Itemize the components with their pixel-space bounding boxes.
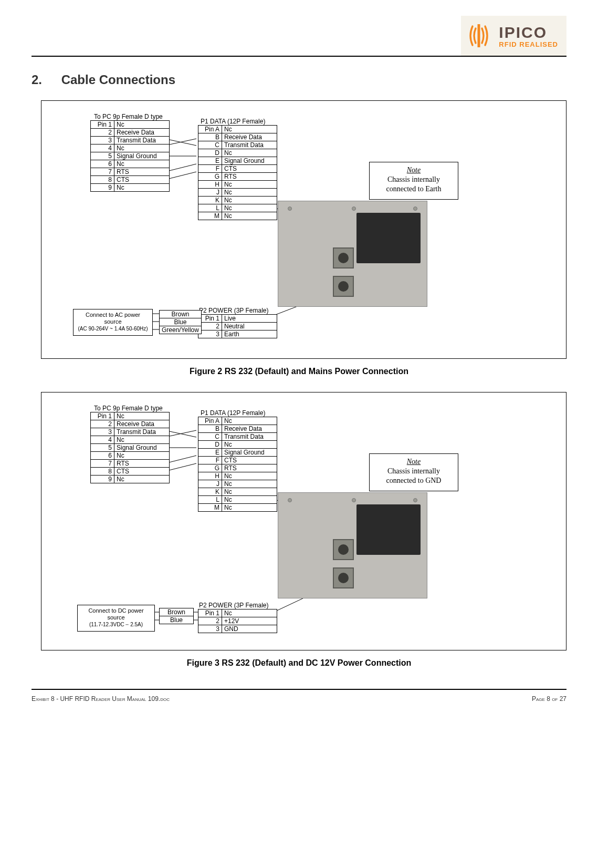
note-text: Chassis internally connected to Earth — [372, 175, 456, 194]
p1-pin-table: Pin ANcBReceive DataCTransmit DataDNcESi… — [198, 125, 277, 220]
svg-line-17 — [165, 456, 196, 463]
pwr-line2: source — [81, 614, 151, 621]
logo-icon — [464, 21, 494, 50]
section-number: 2. — [32, 73, 58, 87]
note-title: Note — [372, 166, 456, 175]
note-box: Note Chassis internally connected to Ear… — [369, 162, 458, 200]
p2-table-title: P2 POWER (3P Female) — [199, 602, 268, 609]
section-heading: 2. Cable Connections — [32, 73, 566, 87]
p1-table-title: P1 DATA (12P Female) — [201, 118, 265, 125]
p2-pin-table: Pin 1Nc2+12V3GND — [198, 609, 277, 633]
wire-colors: BrownBlue — [159, 608, 194, 624]
figure2-caption: Figure 2 RS 232 (Default) and Mains Powe… — [32, 367, 566, 376]
footer-left: Exhibit 8 - UHF RFID Reader User Manual … — [32, 695, 170, 702]
svg-line-5 — [165, 172, 196, 180]
logo-name: IPICO — [499, 24, 558, 42]
section-title: Cable Connections — [61, 73, 175, 87]
pwr-line1: Connect to DC power — [81, 607, 151, 614]
p1-pin-table: Pin ANcBReceive DataCTransmit DataDNcESi… — [198, 417, 277, 512]
pc-pin-table: Pin 1Nc2Receive Data3Transmit Data4Nc5Si… — [90, 412, 170, 483]
note-title: Note — [372, 457, 456, 467]
figure3-box: To PC 9p Female D type Pin 1Nc2Receive D… — [41, 392, 566, 650]
svg-line-2 — [165, 139, 196, 146]
page-header: IPICO RFID REALISED — [32, 16, 566, 57]
device-photo — [278, 492, 427, 598]
note-text: Chassis internally connected to GND — [372, 467, 456, 485]
pc-table-title: To PC 9p Female D type — [94, 113, 163, 120]
svg-line-14 — [165, 430, 196, 437]
svg-line-1 — [165, 139, 196, 146]
svg-line-15 — [165, 430, 196, 437]
pc-table-title: To PC 9p Female D type — [94, 405, 163, 412]
pwr-line2: source — [77, 318, 149, 325]
wire-colors: BrownBlueGreen/Yellow — [159, 310, 202, 334]
figure2-box: To PC 9p Female D type Pin 1Nc2Receive D… — [41, 100, 566, 359]
pwr-line1: Connect to AC power — [77, 312, 149, 318]
p2-table-title: P2 POWER (3P Female) — [199, 307, 268, 314]
figure3-caption: Figure 3 RS 232 (Default) and DC 12V Pow… — [32, 658, 566, 668]
device-photo — [278, 201, 427, 307]
pwr-line3: (AC 90-264V ~ 1.4A 50-60Hz) — [77, 325, 149, 332]
footer-right: Page 8 of 27 — [532, 695, 566, 702]
logo: IPICO RFID REALISED — [461, 16, 566, 56]
power-source-box: Connect to AC power source (AC 90-264V ~… — [73, 309, 153, 336]
page-footer: Exhibit 8 - UHF RFID Reader User Manual … — [32, 689, 566, 702]
logo-tagline: RFID REALISED — [499, 40, 558, 48]
note-box: Note Chassis internally connected to GND — [369, 453, 458, 491]
p1-table-title: P1 DATA (12P Female) — [201, 409, 265, 417]
p2-pin-table: Pin 1Live2Neutral3Earth — [198, 314, 277, 338]
svg-line-18 — [165, 463, 196, 471]
power-source-box: Connect to DC power source (11.7-12.3VDC… — [77, 605, 155, 632]
pwr-line3: (11.7-12.3VDC ⎓ 2.5A) — [81, 621, 151, 628]
pc-pin-table: Pin 1Nc2Receive Data3Transmit Data4Nc5Si… — [90, 120, 170, 192]
svg-line-4 — [165, 164, 196, 172]
